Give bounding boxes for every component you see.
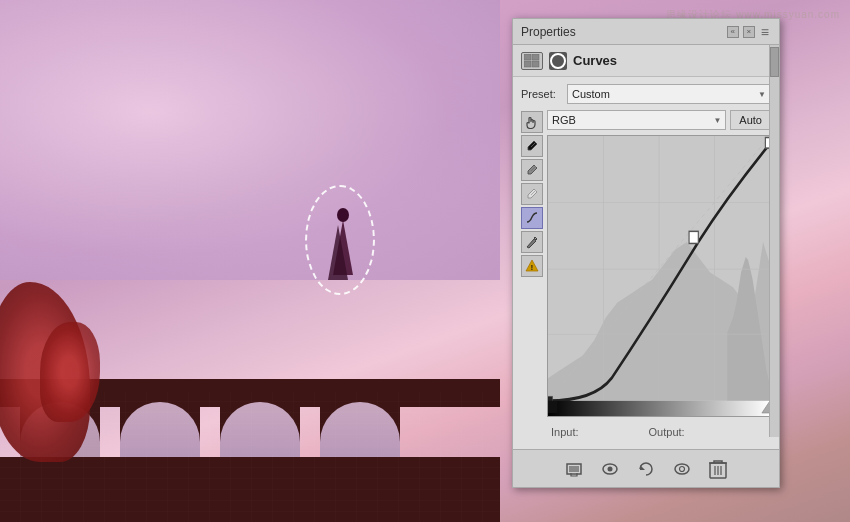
- clip-to-layer-button[interactable]: [562, 457, 586, 481]
- foliage-left-2: [40, 322, 100, 422]
- panel-titlebar: Properties « × ≡: [513, 19, 779, 45]
- panel-collapse-button[interactable]: «: [727, 26, 739, 38]
- properties-panel: Properties « × ≡ Curves Preset:: [512, 18, 780, 488]
- sky: [0, 0, 500, 280]
- figure-svg: [323, 205, 363, 285]
- svg-point-32: [675, 464, 689, 474]
- reset-button[interactable]: [634, 457, 658, 481]
- pencil-tool-button[interactable]: [521, 231, 543, 253]
- svg-text:!: !: [531, 264, 533, 271]
- preset-row: Preset: Custom ▼: [521, 83, 771, 105]
- visibility-toggle-button[interactable]: [598, 457, 622, 481]
- output-label: Output:: [649, 426, 685, 438]
- svg-rect-5: [524, 61, 531, 67]
- svg-point-33: [680, 466, 685, 471]
- layer-visibility-button[interactable]: [670, 457, 694, 481]
- channel-value: RGB: [552, 114, 576, 126]
- svg-rect-3: [524, 54, 531, 60]
- channel-dropdown-arrow: ▼: [713, 116, 721, 125]
- preset-label: Preset:: [521, 88, 561, 100]
- curve-edit-button[interactable]: [521, 207, 543, 229]
- preset-dropdown[interactable]: Custom ▼: [567, 84, 771, 104]
- scrollbar-thumb[interactable]: [770, 47, 779, 77]
- curves-main: ! RGB ▼ Auto: [521, 109, 771, 443]
- svg-rect-28: [569, 466, 579, 472]
- curve-graph[interactable]: [547, 135, 771, 417]
- svg-marker-31: [640, 465, 645, 470]
- eyedropper-white-button[interactable]: [521, 183, 543, 205]
- io-section: Input: Output:: [547, 421, 771, 443]
- preset-dropdown-arrow: ▼: [758, 90, 766, 99]
- curves-layer-icon: [549, 52, 567, 70]
- auto-button[interactable]: Auto: [730, 110, 771, 130]
- tools-column: !: [521, 109, 543, 443]
- delete-button[interactable]: [706, 457, 730, 481]
- panel-content: Preset: Custom ▼: [513, 77, 779, 449]
- smooth-tool-button[interactable]: !: [521, 255, 543, 277]
- channel-row: RGB ▼ Auto: [547, 109, 771, 131]
- panel-close-button[interactable]: ×: [743, 26, 755, 38]
- eyedropper-gray-button[interactable]: [521, 159, 543, 181]
- svg-point-30: [608, 466, 613, 471]
- svg-rect-26: [548, 401, 557, 413]
- channel-dropdown[interactable]: RGB ▼: [547, 110, 726, 130]
- svg-rect-20: [689, 231, 698, 243]
- figure-area: [305, 185, 385, 305]
- panel-controls: « × ≡: [727, 24, 771, 40]
- panel-scrollbar[interactable]: [769, 45, 779, 437]
- adjustment-icon: [521, 52, 543, 70]
- svg-rect-4: [532, 54, 539, 60]
- curve-svg: [548, 136, 770, 416]
- panel-menu-button[interactable]: ≡: [759, 24, 771, 40]
- panel-header: Curves: [513, 45, 779, 77]
- preset-value: Custom: [572, 88, 610, 100]
- eyedropper-black-button[interactable]: [521, 135, 543, 157]
- curves-title: Curves: [573, 53, 617, 68]
- curve-right: RGB ▼ Auto: [547, 109, 771, 443]
- panel-bottom-toolbar: [513, 449, 779, 487]
- svg-rect-6: [532, 61, 539, 67]
- panel-title: Properties: [521, 25, 576, 39]
- input-label: Input:: [551, 426, 579, 438]
- hand-tool-button[interactable]: [521, 111, 543, 133]
- svg-rect-23: [548, 401, 770, 416]
- svg-point-0: [337, 208, 349, 222]
